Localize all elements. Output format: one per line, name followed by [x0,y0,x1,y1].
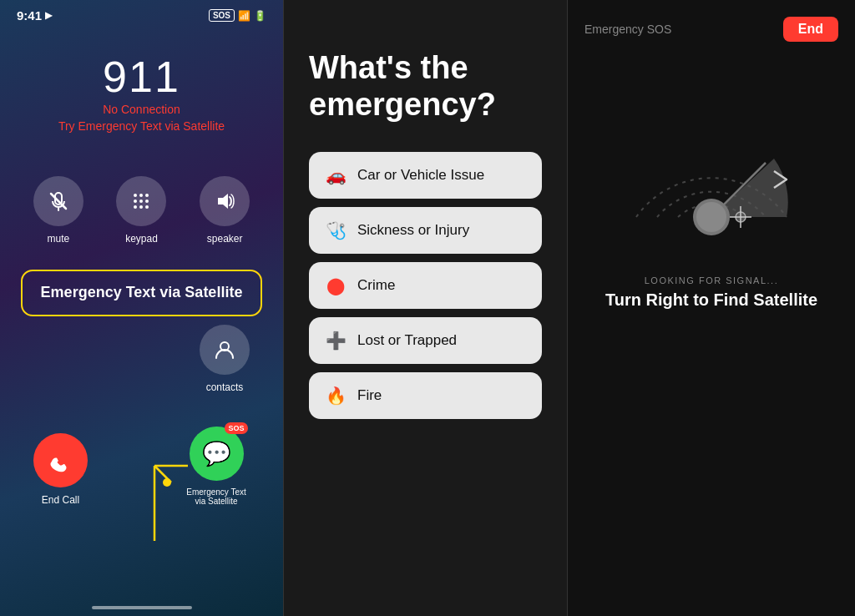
svg-point-10 [139,205,143,209]
car-icon: 🚗 [324,165,347,185]
crime-icon: ⬤ [324,275,347,295]
location-icon: ▶ [45,10,52,21]
battery-icon: 🔋 [254,10,266,22]
emergency-satellite-button[interactable]: Emergency Text via Satellite [21,270,262,316]
option-car[interactable]: 🚗 Car or Vehicle Issue [309,152,542,199]
svg-marker-12 [218,194,228,209]
speaker-btn[interactable] [200,176,250,226]
keypad-btn[interactable] [116,176,166,226]
lost-label: Lost or Trapped [357,332,457,349]
svg-point-9 [134,205,137,209]
fire-icon: 🔥 [324,386,347,406]
lost-icon: ➕ [324,331,347,351]
emergency-options-list: 🚗 Car or Vehicle Issue 🩺 Sickness or Inj… [309,152,542,419]
emergency-title: What's the emergency? [309,50,542,123]
contacts-control[interactable]: contacts [200,325,250,393]
sickness-icon: 🩺 [324,220,347,240]
dialed-number: 911 [0,52,283,102]
signal-icon: 📶 [238,10,250,22]
mute-control[interactable]: mute [25,176,92,245]
status-bar: 9:41 ▶ SOS 📶 🔋 [0,0,283,27]
svg-point-5 [145,194,149,197]
end-call-section: End Call [33,433,88,506]
call-controls: mute keypad speaker [0,151,283,261]
bottom-actions: End Call 💬 SOS Emergency Text via Satell… [0,410,283,531]
end-call-label: End Call [42,494,79,506]
sos-badge: SOS [225,422,247,434]
svg-point-3 [134,194,137,197]
svg-point-11 [145,205,149,209]
annotation-arrow [146,457,205,566]
home-indicator [92,606,192,609]
satellite-header: Emergency SOS End [584,17,838,42]
satellite-header-title: Emergency SOS [584,23,671,36]
keypad-label: keypad [125,233,158,245]
svg-point-4 [139,194,143,197]
keypad-control[interactable]: keypad [109,176,175,245]
number-display: 911 No Connection Try Emergency Text via… [0,52,283,134]
phone-panel: 9:41 ▶ SOS 📶 🔋 911 No Connection Try Eme… [0,0,284,616]
contacts-btn[interactable] [200,325,250,375]
svg-point-6 [134,199,137,203]
no-connection-text: No Connection Try Emergency Text via Sat… [0,102,283,134]
end-call-button[interactable] [33,433,88,487]
satellite-visual [603,75,820,259]
sos-status: SOS [209,9,235,22]
looking-signal-text: LOOKING FOR SIGNAL... [584,275,838,285]
satellite-footer: LOOKING FOR SIGNAL... Turn Right to Find… [584,275,838,310]
svg-line-15 [154,466,171,482]
svg-point-7 [139,199,143,203]
end-button[interactable]: End [783,17,838,42]
chat-icon: 💬 [202,440,231,467]
status-time: 9:41 [17,8,42,23]
contacts-row: contacts [0,325,283,393]
satellite-panel: Emergency SOS End [568,0,855,616]
mute-btn[interactable] [33,176,83,226]
car-label: Car or Vehicle Issue [357,167,484,184]
turn-right-text: Turn Right to Find Satellite [584,290,838,310]
mute-label: mute [47,233,69,245]
option-lost[interactable]: ➕ Lost or Trapped [309,317,542,364]
option-crime[interactable]: ⬤ Crime [309,262,542,309]
status-right: SOS 📶 🔋 [209,9,266,22]
emergency-panel: What's the emergency? 🚗 Car or Vehicle I… [284,0,568,616]
svg-point-8 [145,199,149,203]
radar-svg [611,79,812,255]
contacts-label: contacts [206,381,244,393]
option-fire[interactable]: 🔥 Fire [309,372,542,419]
option-sickness[interactable]: 🩺 Sickness or Injury [309,207,542,254]
svg-point-18 [696,202,726,232]
sickness-label: Sickness or Injury [357,222,469,239]
speaker-label: speaker [207,233,243,245]
speaker-control[interactable]: speaker [191,176,258,245]
fire-label: Fire [357,387,382,404]
crime-label: Crime [357,277,395,294]
